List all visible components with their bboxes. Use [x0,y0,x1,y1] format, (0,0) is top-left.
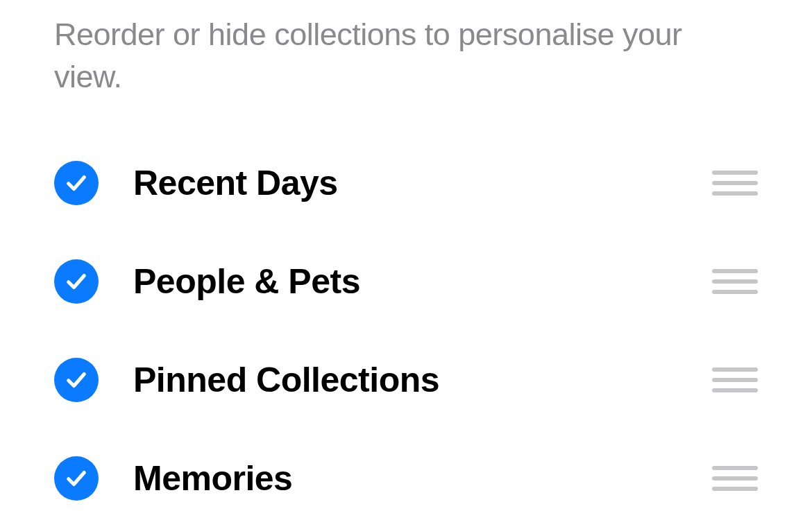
drag-line [712,367,758,372]
collection-row-recent-days[interactable]: Recent Days [54,161,758,205]
customise-collections-panel: Reorder or hide collections to personali… [0,0,812,501]
collection-row-people-pets[interactable]: People & Pets [54,259,758,304]
drag-line [712,476,758,480]
collection-label: People & Pets [133,261,677,302]
collection-label: Pinned Collections [133,360,677,400]
drag-handle-icon[interactable] [712,269,758,294]
drag-line [712,290,758,294]
drag-line [712,388,758,392]
checkmark-icon [65,368,88,392]
drag-handle-icon[interactable] [712,466,758,491]
collection-row-memories[interactable]: Memories [54,456,758,501]
description-text: Reorder or hide collections to personali… [54,14,758,98]
drag-line [712,191,758,196]
drag-line [712,269,758,273]
collection-label: Recent Days [133,163,677,203]
collection-row-pinned-collections[interactable]: Pinned Collections [54,358,758,402]
drag-handle-icon[interactable] [712,367,758,392]
checkmark-icon [65,171,88,195]
drag-line [712,466,758,470]
toggle-checkbox[interactable] [54,358,99,402]
drag-line [712,279,758,284]
toggle-checkbox[interactable] [54,456,99,501]
collection-list: Recent Days People & Pets [54,161,758,501]
drag-line [712,171,758,175]
collection-label: Memories [133,458,677,499]
toggle-checkbox[interactable] [54,259,99,304]
drag-line [712,487,758,491]
drag-line [712,378,758,382]
toggle-checkbox[interactable] [54,161,99,205]
checkmark-icon [65,270,88,293]
drag-handle-icon[interactable] [712,171,758,196]
checkmark-icon [65,467,88,490]
drag-line [712,181,758,185]
